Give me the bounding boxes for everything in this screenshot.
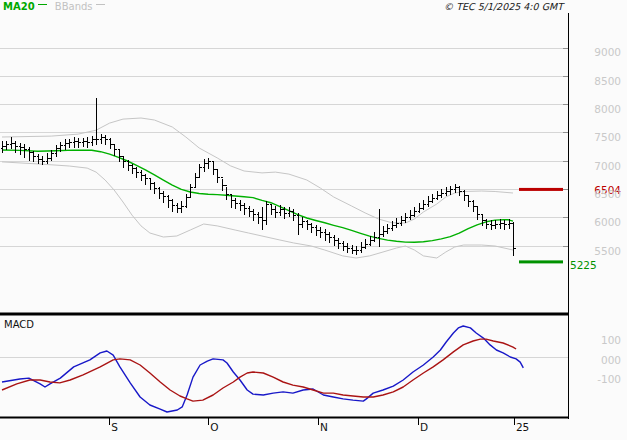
ohlc-bar [100,134,105,144]
ohlc-bar [467,195,472,206]
ohlc-bar [328,232,333,243]
ohlc-bar [19,143,24,155]
price-axis-label: 7000 [577,161,621,172]
ohlc-bar [91,136,96,146]
ohlc-bar [436,191,441,201]
price-axis-label: 6500 [577,189,621,200]
ohlc-bar [400,216,405,226]
ohlc-bar [194,173,199,188]
macd-axis-label: 100 [577,335,621,346]
ohlc-bar [104,135,109,145]
ohlc-bar [422,200,427,210]
ohlc-bar [149,178,154,190]
ohlc-bar [248,206,253,217]
ohlc-bar [185,194,190,208]
ohlc-bar [297,213,302,235]
ohlc-bar [162,191,167,202]
ohlc-bar [135,167,140,178]
ohlc-bar [382,226,387,236]
support-level-line [519,260,563,263]
chart-legend: MA20 BBands [3,1,110,12]
ohlc-bar [265,201,270,225]
legend-bbands-swatch-icon [96,4,105,8]
legend-ma20-swatch-icon [38,4,47,8]
ohlc-bar [68,139,73,149]
ohlc-bar [109,138,114,150]
ohlc-bar [270,204,275,215]
ohlc-bar [485,219,490,230]
bollinger-lower-line [2,162,513,258]
ohlc-bar [292,209,297,221]
macd-signal-line [2,339,516,401]
legend-ma20-label: MA20 [3,1,35,12]
ohlc-bar [449,186,454,195]
ohlc-bar [14,141,19,153]
ohlc-bar [234,198,239,209]
price-axis-label: 8500 [577,76,621,87]
ohlc-bar [431,194,436,204]
ohlc-bar [176,203,181,214]
ohlc-bar [10,137,15,149]
ohlc-bar [512,222,517,256]
ohlc-bar [503,220,508,230]
ohlc-bar [118,149,123,161]
ohlc-bar [494,220,499,230]
ohlc-bar [207,158,212,169]
ohlc-bar [418,203,423,213]
ohlc-bar [315,225,320,236]
ohlc-bar [337,238,342,249]
ohlc-bar [333,235,338,246]
ohlc-bar [413,207,418,217]
ohlc-bar [86,137,91,148]
ohlc-bar [261,207,266,230]
ohlc-bar [243,203,248,214]
ohlc-bar [301,217,306,227]
ohlc-bar [171,199,176,211]
ohlc-bar [212,161,217,175]
ohlc-bar [167,195,172,207]
ohlc-bar [225,186,230,201]
price-axis-label: 9000 [577,47,621,58]
ohlc-bar [454,184,459,193]
ohlc-bar [144,174,149,185]
legend-bbands-label: BBands [55,1,93,12]
ohlc-bar [324,229,329,240]
price-axis-label: 6000 [577,217,621,228]
ohlc-bar [310,223,315,234]
ohlc-bar [180,201,185,213]
ohlc-bar [216,169,221,183]
support-level-label: 5225 [570,260,614,271]
ohlc-bar [32,151,37,163]
ohlc-bar [158,187,163,198]
ohlc-bar [445,187,450,197]
x-axis-month-label: O [210,422,218,433]
ohlc-bar [50,150,55,161]
ohlc-bar [239,200,244,211]
ohlc-bar [378,209,383,247]
copyright-text: © TEC 5/1/2025 4:0 GMT [444,1,563,12]
macd-panel-title: MACD [4,319,34,330]
ohlc-bar [364,239,369,249]
ohlc-bar [153,182,158,194]
ohlc-bar [131,164,136,175]
bollinger-upper-line [2,118,513,223]
x-axis-month-label: N [320,422,328,433]
ohlc-bar [113,144,118,156]
ohlc-bar [360,242,365,253]
ohlc-bar [73,137,78,148]
ohlc-bar [319,227,324,238]
x-axis-month-label: 25 [516,422,529,433]
ohlc-bars [1,98,517,256]
ohlc-bar [409,210,414,220]
ohlc-bar [472,200,477,211]
ohlc-bar [82,138,87,148]
ohlc-bar [355,246,360,255]
ohlc-bar [386,224,391,234]
price-axis-label: 5500 [577,246,621,257]
x-axis-month-label: D [420,422,428,433]
ohlc-bar [427,196,432,206]
macd-axis-label: 000 [577,355,621,366]
resistance-level-line [519,188,563,191]
ohlc-bar [77,138,82,148]
ohlc-bar [41,156,46,165]
